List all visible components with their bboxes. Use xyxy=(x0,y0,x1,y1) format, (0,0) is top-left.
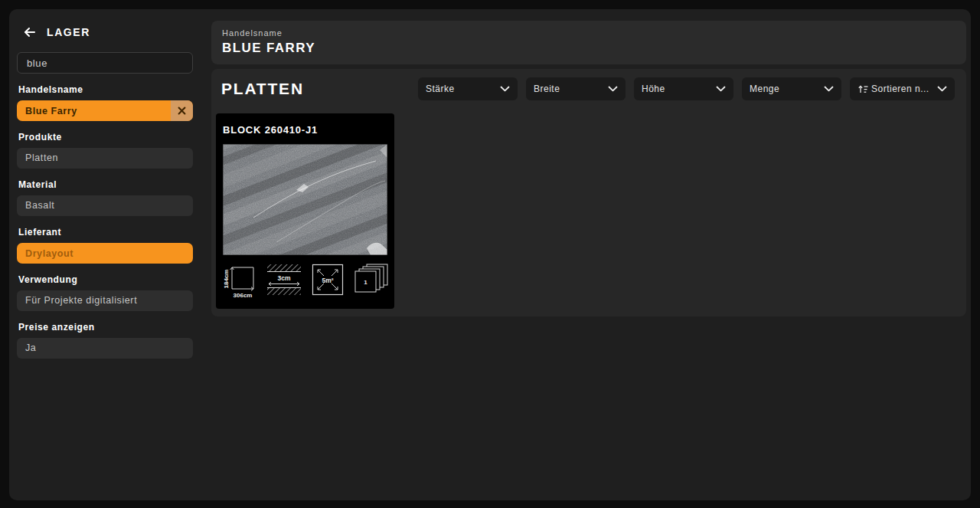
sidebar: LAGER Handelsname Blue Farry Produkte Pl… xyxy=(17,17,194,359)
dropdown-label: Stärke xyxy=(426,84,455,94)
header-title: BLUE FARRY xyxy=(222,41,956,56)
chevron-down-icon xyxy=(937,86,947,92)
dropdown-label: Höhe xyxy=(642,84,665,94)
area-icon: 5m² xyxy=(311,263,345,297)
dropdown-sortieren[interactable]: Sortieren n... xyxy=(850,77,955,100)
filter-label-verwendung: Verwendung xyxy=(18,274,194,285)
header-panel: Handelsname BLUE FARRY xyxy=(211,21,966,64)
filter-value-produkte[interactable]: Platten xyxy=(17,148,193,169)
sidebar-header: LAGER xyxy=(23,23,194,41)
dropdown-text: Sortieren n... xyxy=(871,84,929,94)
filter-label-preise: Preise anzeigen xyxy=(18,322,194,333)
product-card[interactable]: BLOCK 260410-J1 xyxy=(216,113,394,309)
filter-chip-handelsname[interactable]: Blue Farry xyxy=(17,100,193,121)
section-title: PLATTEN xyxy=(221,80,304,98)
remove-filter-button[interactable] xyxy=(171,100,193,121)
filter-dropdowns: Stärke Breite Höhe Menge xyxy=(418,77,955,100)
product-card-title: BLOCK 260410-J1 xyxy=(223,124,394,136)
count-label: 1 xyxy=(364,279,368,286)
filter-label-material: Material xyxy=(18,179,194,190)
back-button[interactable] xyxy=(23,26,38,38)
thickness-icon: 3cm xyxy=(266,263,302,297)
dropdown-breite[interactable]: Breite xyxy=(526,77,626,100)
chevron-down-icon xyxy=(824,86,834,92)
filter-chip-lieferant[interactable]: Drylayout xyxy=(17,243,193,264)
thickness-label: 3cm xyxy=(277,274,290,282)
sort-icon xyxy=(858,84,869,94)
dropdown-hoehe[interactable]: Höhe xyxy=(634,77,733,100)
header-eyebrow: Handelsname xyxy=(222,28,956,38)
dropdown-label: Sortieren n... xyxy=(858,84,929,94)
dropdown-staerke[interactable]: Stärke xyxy=(418,77,518,100)
width-label: 306cm xyxy=(234,292,253,299)
filter-value-material[interactable]: Basalt xyxy=(17,195,193,216)
search-input[interactable] xyxy=(17,52,193,74)
filter-label-handelsname: Handelsname xyxy=(18,84,194,95)
page-title: LAGER xyxy=(47,26,90,38)
filter-label-lieferant: Lieferant xyxy=(18,227,194,238)
stack-count-icon: 1 xyxy=(354,263,389,297)
area-label: 5m² xyxy=(322,277,333,284)
content-panel: PLATTEN Stärke Breite Höhe Menge xyxy=(211,69,966,316)
filter-label-produkte: Produkte xyxy=(18,132,194,143)
chevron-down-icon xyxy=(500,86,510,92)
filter-value-preise[interactable]: Ja xyxy=(17,338,193,359)
filter-chip-value: Drylayout xyxy=(17,248,193,259)
close-icon xyxy=(178,107,186,115)
height-label: 184cm xyxy=(223,270,230,289)
dimensions-icon: 184cm 306cm xyxy=(220,263,257,300)
dropdown-label: Breite xyxy=(534,84,560,94)
chevron-down-icon xyxy=(608,86,618,92)
dropdown-menge[interactable]: Menge xyxy=(742,77,841,100)
dropdown-label: Menge xyxy=(750,84,779,94)
chevron-down-icon xyxy=(716,86,726,92)
filter-value-verwendung[interactable]: Für Projekte digitalisiert xyxy=(17,290,193,311)
product-specs: 184cm 306cm 3cm xyxy=(220,263,389,300)
toolbar: PLATTEN Stärke Breite Höhe Menge xyxy=(211,69,966,101)
stone-image xyxy=(223,144,387,255)
filter-chip-value: Blue Farry xyxy=(17,106,171,116)
app-container: LAGER Handelsname Blue Farry Produkte Pl… xyxy=(9,9,971,500)
back-arrow-icon xyxy=(23,27,36,38)
